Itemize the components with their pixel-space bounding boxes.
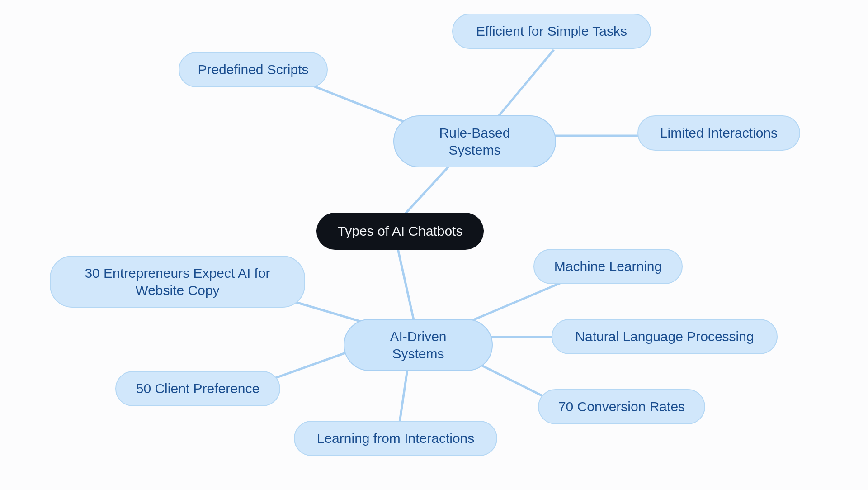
node-70-conversion-rates[interactable]: 70 Conversion Rates	[538, 389, 705, 424]
node-70-conversion-label: 70 Conversion Rates	[558, 398, 685, 415]
node-ai-driven-systems[interactable]: AI-Driven Systems	[344, 319, 493, 371]
node-natural-language-processing[interactable]: Natural Language Processing	[552, 319, 778, 354]
node-learning-from-interactions[interactable]: Learning from Interactions	[294, 421, 497, 456]
mindmap-canvas: Types of AI Chatbots Rule-Based Systems …	[0, 0, 868, 490]
node-predefined-scripts-label: Predefined Scripts	[198, 61, 308, 78]
node-limited-interactions[interactable]: Limited Interactions	[637, 115, 800, 151]
node-30-entrepreneurs[interactable]: 30 Entrepreneurs Expect AI for Website C…	[50, 256, 305, 308]
edge-rulebased-efficient	[497, 50, 554, 118]
node-nlp-label: Natural Language Processing	[575, 328, 754, 345]
node-30-entrepreneurs-label: 30 Entrepreneurs Expect AI for Website C…	[85, 265, 270, 299]
node-rule-based-label: Rule-Based Systems	[412, 124, 537, 158]
node-50-client-preference[interactable]: 50 Client Preference	[115, 371, 280, 406]
node-limited-interactions-label: Limited Interactions	[660, 124, 778, 142]
edge-root-aidriven	[398, 249, 415, 326]
node-ai-driven-label: AI-Driven Systems	[363, 328, 474, 362]
node-efficient-simple-label: Efficient for Simple Tasks	[476, 23, 627, 40]
node-machine-learning-label: Machine Learning	[554, 258, 662, 275]
node-root-label: Types of AI Chatbots	[338, 223, 463, 240]
node-root[interactable]: Types of AI Chatbots	[316, 213, 484, 250]
node-machine-learning[interactable]: Machine Learning	[533, 249, 683, 284]
node-efficient-simple-tasks[interactable]: Efficient for Simple Tasks	[452, 14, 651, 49]
node-learning-from-label: Learning from Interactions	[317, 430, 475, 447]
node-predefined-scripts[interactable]: Predefined Scripts	[179, 52, 328, 87]
node-50-client-preference-label: 50 Client Preference	[136, 380, 260, 397]
node-rule-based-systems[interactable]: Rule-Based Systems	[393, 115, 556, 167]
